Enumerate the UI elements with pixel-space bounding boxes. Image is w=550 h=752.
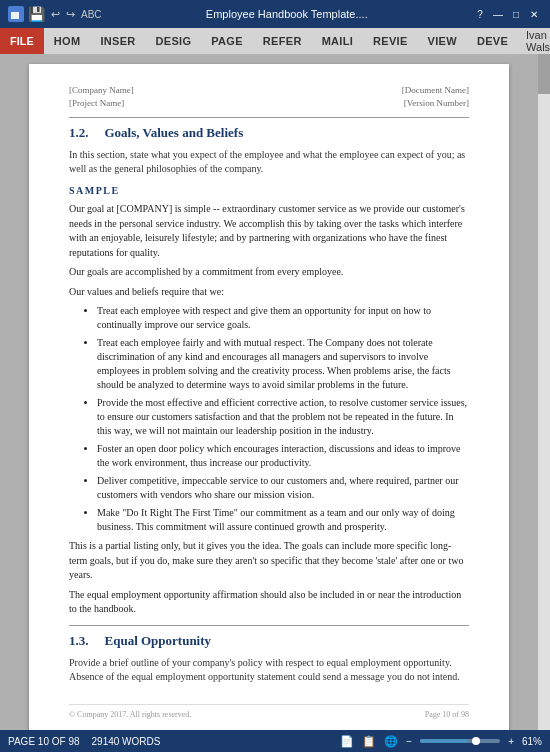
ribbon: FILE HOM INSER DESIG PAGE REFER MAILI RE… [0,28,550,54]
app-icon [8,6,24,22]
company-name-field: [Company Name] [69,84,134,97]
copyright-text: © Company 2017. All rights reserved. [69,709,191,720]
status-bar-right: 📄 📋 🌐 − + 61% [340,735,542,748]
user-info: Ivan Walsh K [518,29,550,53]
user-name: Ivan Walsh [526,29,550,53]
word-count: 29140 WORDS [92,736,161,747]
document-footer: © Company 2017. All rights reserved. Pag… [69,704,469,720]
tab-review[interactable]: REVIE [363,28,418,54]
quick-access-icons: 💾 ↩ ↪ ABC [28,6,102,22]
tab-home[interactable]: HOM [44,28,91,54]
word-count-status: 29140 WORDS [92,736,161,747]
tab-developer[interactable]: DEVE [467,28,518,54]
bullet-4: Foster an open door policy which encoura… [97,442,469,470]
status-bar: PAGE 10 OF 98 29140 WORDS 📄 📋 🌐 − + 61% [0,730,550,752]
window-title: Employee Handbook Template.... [102,8,472,20]
title-bar: 💾 ↩ ↪ ABC Employee Handbook Template....… [0,0,550,28]
tab-insert[interactable]: INSER [90,28,145,54]
paragraph-2: Our goals are accomplished by a commitme… [69,265,469,280]
svg-rect-1 [11,9,19,12]
scroll-thumb[interactable] [538,54,550,94]
vertical-scrollbar[interactable]: ▲ [538,54,550,730]
sample-label: SAMPLE [69,184,469,198]
section-1-3-heading: 1.3. Equal Opportunity [69,632,469,650]
zoom-plus-btn[interactable]: + [508,736,514,747]
tab-page[interactable]: PAGE [201,28,253,54]
section-1-2-title: Goals, Values and Beliefs [105,124,244,142]
values-bullet-list: Treat each employee with respect and giv… [89,304,469,534]
maximize-button[interactable]: □ [508,6,524,22]
zoom-minus-btn[interactable]: − [406,736,412,747]
section-divider-top [69,117,469,118]
ribbon-tabs: FILE HOM INSER DESIG PAGE REFER MAILI RE… [0,28,550,54]
tab-mailings[interactable]: MAILI [312,28,363,54]
section-1-2-heading: 1.2. Goals, Values and Beliefs [69,124,469,142]
doc-name-field: [Document Name] [402,84,469,97]
redo-qat-icon[interactable]: ↪ [66,8,75,21]
save-qat-icon[interactable]: 💾 [28,6,45,22]
page-count: PAGE 10 OF 98 [8,736,80,747]
bullet-6: Make "Do It Right The First Time" our co… [97,506,469,534]
paragraph-3: Our values and beliefs require that we: [69,285,469,300]
minimize-button[interactable]: — [490,6,506,22]
web-view-icon[interactable]: 🌐 [384,735,398,748]
zoom-slider[interactable] [420,739,500,743]
section-divider-mid [69,625,469,626]
bullet-1: Treat each employee with respect and giv… [97,304,469,332]
section-1-3-intro: Provide a brief outline of your company'… [69,656,469,684]
doc-view-icon[interactable]: 📄 [340,735,354,748]
section-1-3-number: 1.3. [69,632,89,650]
tab-view[interactable]: VIEW [418,28,467,54]
help-button[interactable]: ? [472,6,488,22]
project-name-field: [Project Name] [69,97,134,110]
section-1-3-title: Equal Opportunity [105,632,212,650]
section-1-2-intro: In this section, state what you expect o… [69,148,469,176]
page-status: PAGE 10 OF 98 [8,736,80,747]
doc-header-right: [Document Name] [Version Number] [402,84,469,109]
file-tab[interactable]: FILE [0,28,44,54]
zoom-level: 61% [522,736,542,747]
document-page: [Company Name] [Project Name] [Document … [29,64,509,730]
zoom-fill [420,739,468,743]
read-view-icon[interactable]: 📋 [362,735,376,748]
tab-references[interactable]: REFER [253,28,312,54]
paragraph-1: Our goal at [COMPANY] is simple -- extra… [69,202,469,260]
closing-paragraph-1: This is a partial listing only, but it g… [69,539,469,583]
doc-header-left: [Company Name] [Project Name] [69,84,134,109]
main-area: [Company Name] [Project Name] [Document … [0,54,550,730]
undo-qat-icon[interactable]: ↩ [51,8,60,21]
close-button[interactable]: ✕ [526,6,542,22]
window-controls: ? — □ ✕ [472,6,542,22]
bullet-5: Deliver competitive, impeccable service … [97,474,469,502]
document-scroll-area[interactable]: [Company Name] [Project Name] [Document … [0,54,538,730]
bullet-2: Treat each employee fairly and with mutu… [97,336,469,392]
title-bar-left: 💾 ↩ ↪ ABC [8,6,102,22]
page-info: Page 10 of 98 [425,709,469,720]
bullet-3: Provide the most effective and efficient… [97,396,469,438]
zoom-thumb[interactable] [472,737,480,745]
tab-design[interactable]: DESIG [146,28,202,54]
spellcheck-qat-icon[interactable]: ABC [81,9,102,20]
document-header: [Company Name] [Project Name] [Document … [69,84,469,109]
closing-paragraph-2: The equal employment opportunity affirma… [69,588,469,617]
section-1-2-number: 1.2. [69,124,89,142]
version-num-field: [Version Number] [404,97,469,110]
